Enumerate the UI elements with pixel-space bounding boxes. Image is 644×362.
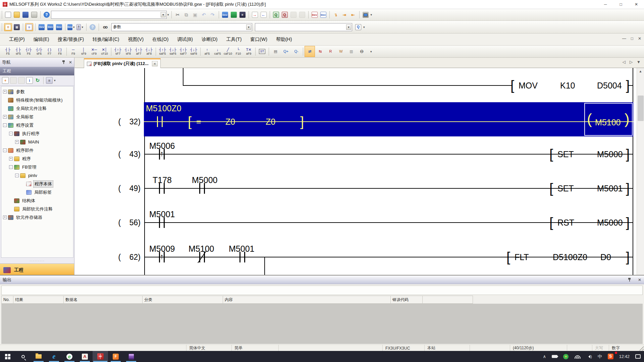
new-project-button[interactable] xyxy=(4,11,12,19)
print-button[interactable] xyxy=(30,11,38,19)
monitor-stop-button[interactable]: Q xyxy=(281,11,289,19)
ladder-editor[interactable]: [ MOV K10 D5004 ] ( 32) M5100Z0 [ = Z0 Z… xyxy=(75,68,636,275)
function-block-button[interactable]: ▦ xyxy=(13,23,21,31)
tree-expander-icon[interactable] xyxy=(3,98,7,102)
ladder-tool-button[interactable]: ┤↑├ aF7 xyxy=(133,46,144,57)
undo-button[interactable]: ↶ xyxy=(200,11,208,19)
menu-item[interactable]: 诊断(D) xyxy=(197,35,222,45)
ladder-tool-button[interactable]: W xyxy=(336,46,346,57)
navigation-close-icon[interactable]: ✕ xyxy=(69,60,72,65)
battery-icon[interactable] xyxy=(552,355,557,358)
ime-indicator[interactable]: 中 xyxy=(598,354,602,360)
tree-item[interactable]: 全局软元件注释 xyxy=(1,104,73,113)
ladder-tool-button[interactable]: ▤ xyxy=(270,46,281,57)
tree-expander-icon[interactable] xyxy=(21,182,25,186)
taskbar-search-button[interactable] xyxy=(15,351,31,362)
navigation-toggle-button[interactable]: ≡ xyxy=(4,23,12,31)
minimize-button[interactable]: ─ xyxy=(598,0,613,9)
tree-expander-icon[interactable]: + xyxy=(9,157,13,161)
ladder-tool-button[interactable]: ┤/├ sF6 xyxy=(34,46,44,57)
maximize-button[interactable]: □ xyxy=(613,0,629,9)
pdf-app-button[interactable]: F xyxy=(108,351,123,362)
rung-32-selected[interactable]: M5100Z0 [ = Z0 Z0 ] ( M5100 ) xyxy=(144,102,633,136)
new-data-icon[interactable]: + xyxy=(2,77,9,84)
write-to-plc-button[interactable]: → xyxy=(251,11,259,19)
tree-item[interactable]: 结构体 xyxy=(1,196,73,205)
comment-display-button[interactable]: ≡ xyxy=(25,23,33,31)
menu-item[interactable]: 编辑(E) xyxy=(29,35,54,45)
tree-item[interactable]: + MAIN xyxy=(1,138,73,146)
menu-item[interactable]: 工程(P) xyxy=(5,35,29,45)
tree-splitter[interactable]: ········· xyxy=(0,259,74,262)
vertical-scrollbar[interactable]: ▲ xyxy=(637,68,644,275)
ladder-tool-button[interactable]: ┤↑├ saF5 xyxy=(157,46,168,57)
tree-expander-icon[interactable]: + xyxy=(3,90,7,94)
tree-item[interactable]: - pinlv xyxy=(1,171,73,180)
tree-expander-icon[interactable]: + xyxy=(3,115,7,119)
find-target-dropdown-icon[interactable]: ▼ xyxy=(246,24,251,30)
tab-fb-pinlv[interactable]: [FB]读取 pinlv (只读) (112... ✕ xyxy=(84,58,161,68)
output-close-icon[interactable]: ✕ xyxy=(638,278,641,282)
zoom-button[interactable]: Q xyxy=(354,23,362,31)
contact-no[interactable] xyxy=(157,116,163,127)
tree-item[interactable]: - 程序设置 xyxy=(1,121,73,129)
cut-button[interactable]: ✂ xyxy=(174,11,182,19)
file-explorer-button[interactable] xyxy=(31,351,46,362)
ladder-tool-button[interactable]: ┤↓├ saF8 xyxy=(189,46,199,57)
safety-360-icon[interactable]: + xyxy=(563,354,569,359)
device-write-monitor-button[interactable]: Dev xyxy=(311,11,319,19)
ladder-tool-button[interactable]: ✕─ cF9 xyxy=(89,46,99,57)
help-button[interactable]: ? xyxy=(43,11,51,19)
tree-item[interactable]: 局部标签 xyxy=(1,188,73,196)
tree-expander-icon[interactable]: + xyxy=(3,216,7,219)
mdi-minimize-button[interactable]: — xyxy=(622,36,626,41)
tree-item[interactable]: + 参数 xyxy=(1,87,73,96)
ladder-tool-button[interactable]: { } F8 xyxy=(55,46,65,57)
start-button[interactable] xyxy=(0,351,15,362)
ladder-tool-button[interactable]: ┤↓├ saF6 xyxy=(168,46,178,57)
menu-item[interactable]: 转换/编译(C) xyxy=(88,35,123,45)
output-column-header[interactable]: 内容 xyxy=(223,296,391,304)
device-display-button[interactable]: Dev▾ xyxy=(67,23,75,31)
ladder-tool-button[interactable]: ─ F9 xyxy=(68,46,78,57)
redo-button[interactable]: ↷ xyxy=(209,11,217,19)
tree-item[interactable]: 局部软元件注释 xyxy=(1,205,73,213)
scrollbar-thumb[interactable] xyxy=(638,96,644,121)
tab-scroll-right-icon[interactable]: ▷ xyxy=(630,60,633,64)
ladder-tool-button[interactable]: │ sF9 xyxy=(78,46,89,57)
device-test-button[interactable]: ⌗ xyxy=(238,11,247,19)
ladder-tool-button[interactable]: ( ) F7 xyxy=(44,46,55,57)
ladder-tool-button[interactable]: └ F10 xyxy=(233,46,244,57)
ladder-tool-button[interactable]: ┤├ sF5 xyxy=(13,46,23,57)
display-format-button[interactable]: †▾ xyxy=(76,23,84,31)
toolbar2-overflow-icon[interactable]: ▾ xyxy=(363,25,365,29)
volume-icon[interactable]: ) xyxy=(587,355,592,359)
tree-expander-icon[interactable]: - xyxy=(9,165,13,169)
save-project-button[interactable] xyxy=(21,11,30,19)
wifi-icon[interactable] xyxy=(574,355,581,359)
open-project-button[interactable] xyxy=(13,11,21,19)
device-note-button[interactable]: Dev xyxy=(55,23,63,31)
tree-item[interactable]: 特殊模块(智能功能模块) xyxy=(1,96,73,104)
help-context-button[interactable]: ? xyxy=(89,23,97,31)
autocad-button[interactable]: A xyxy=(77,351,93,362)
mdi-restore-button[interactable]: □ xyxy=(631,36,633,41)
contact-no[interactable] xyxy=(159,183,165,194)
ladder-tool-button[interactable]: ↑ aF5 xyxy=(202,46,212,57)
browser-360-button[interactable]: e xyxy=(62,351,77,362)
monitor-pause-button[interactable] xyxy=(289,11,298,19)
copy-data-icon[interactable] xyxy=(10,77,17,84)
output-column-header[interactable]: 错误代码 xyxy=(391,296,423,304)
tree-item[interactable]: - FB管理 xyxy=(1,163,73,171)
tree-item[interactable]: - 程序部件 xyxy=(1,146,73,155)
combo-dropdown-icon[interactable]: ▼ xyxy=(161,12,166,17)
output-column-header[interactable]: 分类 xyxy=(143,296,223,304)
find-button[interactable]: oo xyxy=(101,23,109,31)
sort-icon[interactable]: ≡ xyxy=(46,77,53,84)
menu-item[interactable]: 窗口(W) xyxy=(246,35,272,45)
ladder-tool-button[interactable]: ┤↓├ aF8 xyxy=(144,46,154,57)
read-from-plc-button[interactable]: ← xyxy=(260,11,268,19)
ladder-tool-button[interactable]: ┤├ F5 xyxy=(3,46,13,57)
find-value-dropdown-icon[interactable]: ▼ xyxy=(346,24,351,30)
tree-item[interactable]: + 全局标签 xyxy=(1,113,73,121)
